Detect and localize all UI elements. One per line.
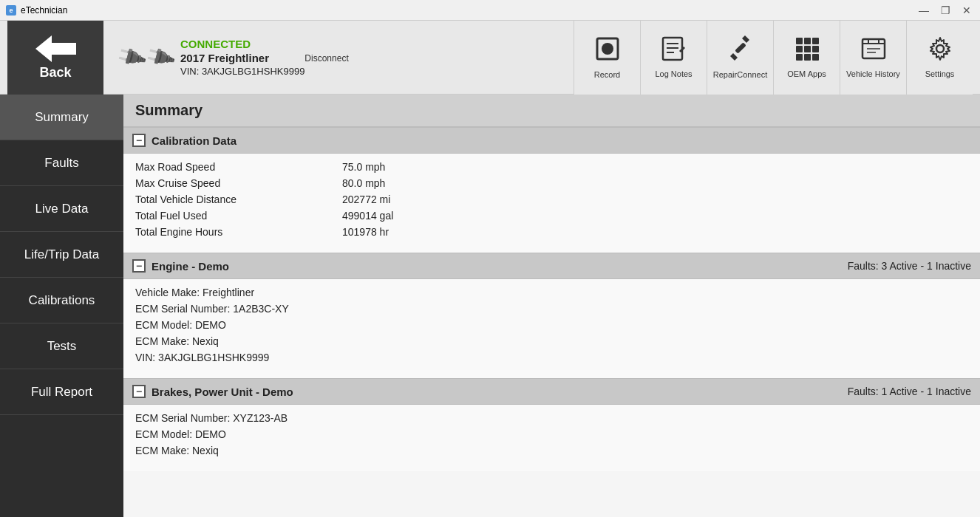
app-title: eTechnician <box>21 5 67 16</box>
record-label: Record <box>594 70 620 79</box>
svg-marker-0 <box>35 35 76 62</box>
section-calibration-content: Max Road Speed 75.0 mph Max Cruise Speed… <box>123 154 980 253</box>
svg-rect-10 <box>812 38 819 44</box>
calibration-value-3: 499014 gal <box>342 210 393 222</box>
sidebar-live-data-label: Live Data <box>35 202 89 216</box>
calibration-value-1: 80.0 mph <box>342 177 385 189</box>
settings-icon <box>928 36 953 66</box>
minimize-button[interactable]: — <box>916 4 932 16</box>
section-brakes-title: Brakes, Power Unit - Demo <box>152 386 293 398</box>
sidebar-item-summary[interactable]: Summary <box>0 95 123 140</box>
section-brakes-header: − Brakes, Power Unit - Demo Faults: 1 Ac… <box>123 378 980 405</box>
svg-rect-14 <box>796 54 803 61</box>
calibration-value-0: 75.0 mph <box>342 161 385 173</box>
svg-rect-15 <box>804 54 811 61</box>
sidebar-item-full-report[interactable]: Full Report <box>0 369 123 415</box>
sidebar-life-trip-label: Life/Trip Data <box>24 247 99 262</box>
repair-connect-icon <box>727 35 754 67</box>
plug-icons: 🔌 🔌 <box>118 45 173 69</box>
svg-rect-13 <box>812 46 819 52</box>
oem-apps-button[interactable]: OEM Apps <box>773 21 840 95</box>
vehicle-vin: VIN: 3AKJGLBG1HSHK9999 <box>180 66 304 77</box>
disconnect-area: Disconnect <box>304 52 348 64</box>
calibration-value-2: 202772 mi <box>342 194 390 205</box>
restore-button[interactable]: ❐ <box>938 4 953 16</box>
calibration-row-3: Total Fuel Used 499014 gal <box>135 210 968 222</box>
settings-label: Settings <box>925 69 955 78</box>
connection-info: 🔌 🔌 CONNECTED 2017 Freightliner VIN: 3AK… <box>103 38 574 77</box>
repair-connect-button[interactable]: RepairConnect <box>707 21 773 95</box>
calibration-row-1: Max Cruise Speed 80.0 mph <box>135 177 968 189</box>
sidebar-item-life-trip[interactable]: Life/Trip Data <box>0 232 123 278</box>
connect-plug-icon: 🔌 <box>143 40 177 74</box>
svg-rect-8 <box>796 38 803 44</box>
engine-row-0: Vehicle Make: Freightliner <box>135 287 968 298</box>
section-calibration-title: Calibration Data <box>152 134 237 147</box>
title-bar-left: e eTechnician <box>6 5 67 16</box>
section-engine-content: Vehicle Make: Freightliner ECM Serial Nu… <box>123 279 980 378</box>
log-notes-button[interactable]: Log Notes <box>640 21 707 95</box>
engine-label-4: VIN: 3AKJGLBG1HSHK9999 <box>135 352 342 363</box>
svg-rect-9 <box>804 38 811 44</box>
engine-row-4: VIN: 3AKJGLBG1HSHK9999 <box>135 352 968 363</box>
engine-row-1: ECM Serial Number: 1A2B3C-XY <box>135 303 968 315</box>
section-calibration-data: − Calibration Data Max Road Speed 75.0 m… <box>123 127 980 253</box>
collapse-brakes-button[interactable]: − <box>132 385 146 398</box>
oem-apps-icon <box>794 36 820 66</box>
vehicle-history-label: Vehicle History <box>846 69 900 78</box>
back-label: Back <box>39 65 71 81</box>
toolbar-actions: Record Log Notes RepairConnect <box>574 21 973 95</box>
brakes-row-0: ECM Serial Number: XYZ123-AB <box>135 412 968 424</box>
app-icon: e <box>6 5 16 16</box>
brakes-label-0: ECM Serial Number: XYZ123-AB <box>135 412 342 424</box>
brakes-label-1: ECM Model: DEMO <box>135 428 342 440</box>
sidebar-summary-label: Summary <box>35 110 89 125</box>
sidebar-calibrations-label: Calibrations <box>29 293 95 308</box>
section-brakes-demo: − Brakes, Power Unit - Demo Faults: 1 Ac… <box>123 378 980 471</box>
title-bar-controls[interactable]: — ❐ ✕ <box>916 4 974 16</box>
back-button[interactable]: Back <box>7 21 103 95</box>
vehicle-history-button[interactable]: Vehicle History <box>840 21 906 95</box>
sidebar-item-tests[interactable]: Tests <box>0 323 123 369</box>
collapse-engine-button[interactable]: − <box>132 259 146 273</box>
section-calibration-header: − Calibration Data <box>123 127 980 154</box>
section-brakes-faults: Faults: 1 Active - 1 Inactive <box>848 386 971 397</box>
calibration-label-1: Max Cruise Speed <box>135 177 342 189</box>
app-container: Back 🔌 🔌 CONNECTED 2017 Freightliner VIN… <box>0 21 980 517</box>
content-area: Summary Faults Live Data Life/Trip Data … <box>0 95 980 517</box>
sidebar-tests-label: Tests <box>47 339 77 354</box>
sidebar-item-faults[interactable]: Faults <box>0 140 123 186</box>
connected-text: CONNECTED 2017 Freightliner VIN: 3AKJGLB… <box>180 38 304 77</box>
svg-point-2 <box>602 43 613 55</box>
section-engine-title: Engine - Demo <box>152 260 229 273</box>
main-title: Summary <box>123 95 980 127</box>
disconnect-label: Disconnect <box>304 53 348 64</box>
engine-row-3: ECM Make: Nexiq <box>135 335 968 347</box>
svg-rect-7 <box>735 42 746 54</box>
calibration-row-0: Max Road Speed 75.0 mph <box>135 161 968 173</box>
record-button[interactable]: Record <box>574 21 640 95</box>
calibration-row-4: Total Engine Hours 101978 hr <box>135 226 968 238</box>
sidebar-item-calibrations[interactable]: Calibrations <box>0 278 123 323</box>
disconnect-plug-icon: 🔌 <box>114 40 149 74</box>
collapse-calibration-button[interactable]: − <box>132 134 146 147</box>
calibration-label-4: Total Engine Hours <box>135 226 342 238</box>
log-notes-label: Log Notes <box>655 69 692 78</box>
section-engine-demo: − Engine - Demo Faults: 3 Active - 1 Ina… <box>123 253 980 378</box>
section-engine-header: − Engine - Demo Faults: 3 Active - 1 Ina… <box>123 253 980 279</box>
engine-label-0: Vehicle Make: Freightliner <box>135 287 342 298</box>
record-icon <box>594 35 621 67</box>
back-arrow-icon <box>33 34 78 64</box>
section-engine-faults: Faults: 3 Active - 1 Inactive <box>848 260 971 272</box>
calibration-label-2: Total Vehicle Distance <box>135 194 342 205</box>
sidebar-faults-label: Faults <box>44 156 78 171</box>
close-button[interactable]: ✕ <box>959 4 974 16</box>
svg-rect-16 <box>812 54 819 61</box>
svg-rect-11 <box>796 46 803 52</box>
brakes-row-2: ECM Make: Nexiq <box>135 445 968 456</box>
section-brakes-content: ECM Serial Number: XYZ123-AB ECM Model: … <box>123 405 980 471</box>
sidebar-item-live-data[interactable]: Live Data <box>0 186 123 232</box>
log-notes-icon <box>661 36 687 66</box>
settings-button[interactable]: Settings <box>906 21 973 95</box>
title-bar: e eTechnician — ❐ ✕ <box>0 0 980 21</box>
